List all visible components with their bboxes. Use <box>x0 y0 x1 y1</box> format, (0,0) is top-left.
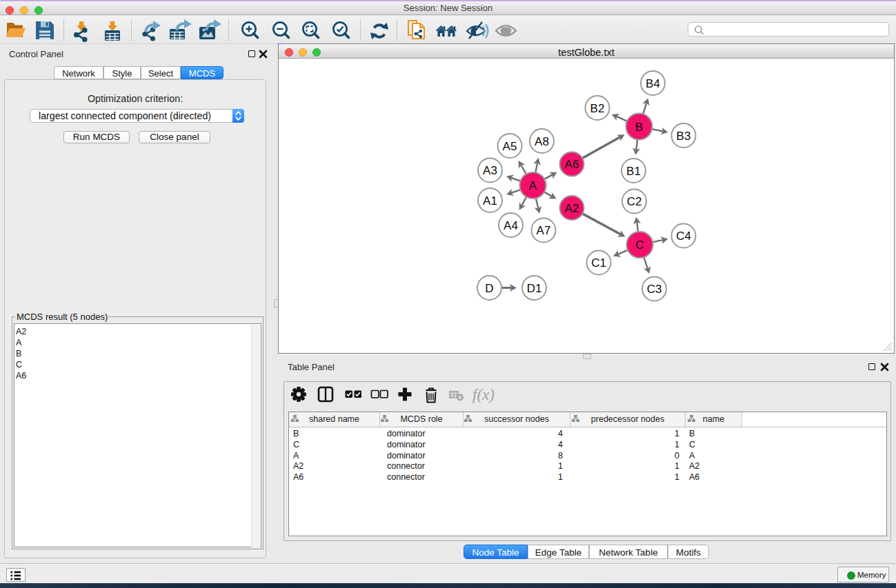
svg-text:B1: B1 <box>626 165 641 178</box>
svg-text:A7: A7 <box>537 224 551 237</box>
svg-text:C4: C4 <box>676 230 691 243</box>
svg-text:C: C <box>635 239 644 252</box>
svg-text:A: A <box>529 179 537 192</box>
svg-text:A1: A1 <box>483 194 497 207</box>
svg-text:C2: C2 <box>627 195 642 208</box>
svg-text:A5: A5 <box>503 140 517 153</box>
svg-text:B2: B2 <box>590 102 605 115</box>
svg-text:D1: D1 <box>527 282 542 295</box>
svg-text:C1: C1 <box>591 256 606 270</box>
svg-text:f(x): f(x) <box>472 386 495 403</box>
svg-text:B4: B4 <box>646 77 660 90</box>
svg-text:A3: A3 <box>483 164 497 177</box>
svg-text:A8: A8 <box>535 135 549 148</box>
svg-text:A6: A6 <box>565 158 579 171</box>
svg-text:A4: A4 <box>504 219 518 232</box>
svg-text:A2: A2 <box>565 202 579 215</box>
svg-text:C3: C3 <box>647 283 662 296</box>
svg-text:B3: B3 <box>677 130 691 143</box>
svg-text:D: D <box>485 282 493 295</box>
svg-text:B: B <box>635 121 643 134</box>
